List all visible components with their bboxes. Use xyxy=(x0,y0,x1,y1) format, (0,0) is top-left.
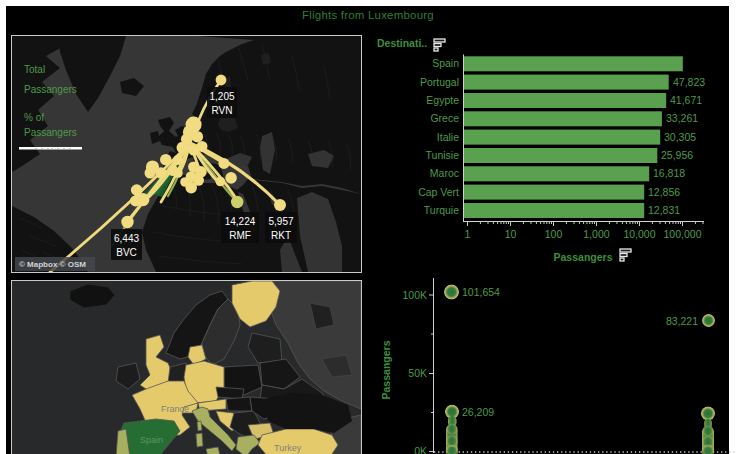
svg-text:50K: 50K xyxy=(408,367,427,379)
svg-text:10: 10 xyxy=(505,228,517,240)
svg-text:33,261: 33,261 xyxy=(666,112,698,124)
svg-text:16,818: 16,818 xyxy=(653,167,685,179)
svg-text:100K: 100K xyxy=(402,289,427,301)
svg-text:Passangers: Passangers xyxy=(554,251,613,263)
svg-text:Tunisie: Tunisie xyxy=(426,149,460,161)
svg-text:1,000: 1,000 xyxy=(583,228,609,240)
svg-text:30,305: 30,305 xyxy=(664,131,696,143)
svg-text:Spain: Spain xyxy=(432,57,459,69)
svg-text:Turquie: Turquie xyxy=(424,204,459,216)
svg-text:25,956: 25,956 xyxy=(661,149,693,161)
svg-text:100,000: 100,000 xyxy=(664,228,702,240)
svg-text:83,221: 83,221 xyxy=(666,315,698,327)
svg-text:10,000: 10,000 xyxy=(623,228,655,240)
svg-text:100: 100 xyxy=(545,228,563,240)
svg-text:Portugal: Portugal xyxy=(420,76,459,88)
svg-text:12,856: 12,856 xyxy=(648,186,680,198)
svg-text:12,831: 12,831 xyxy=(648,204,680,216)
svg-text:1: 1 xyxy=(465,228,471,240)
svg-text:47,823: 47,823 xyxy=(673,76,705,88)
svg-text:Passangers: Passangers xyxy=(380,340,392,399)
svg-text:Cap Vert: Cap Vert xyxy=(418,186,459,198)
svg-text:Destinati..: Destinati.. xyxy=(377,37,427,49)
svg-text:0K: 0K xyxy=(414,445,427,454)
svg-text:Egypte: Egypte xyxy=(426,94,459,106)
svg-text:Italie: Italie xyxy=(437,131,459,143)
svg-text:101,654: 101,654 xyxy=(462,286,500,298)
svg-text:26,209: 26,209 xyxy=(462,406,494,418)
svg-text:Grece: Grece xyxy=(430,112,459,124)
svg-text:Maroc: Maroc xyxy=(430,167,459,179)
svg-text:41,671: 41,671 xyxy=(670,94,702,106)
